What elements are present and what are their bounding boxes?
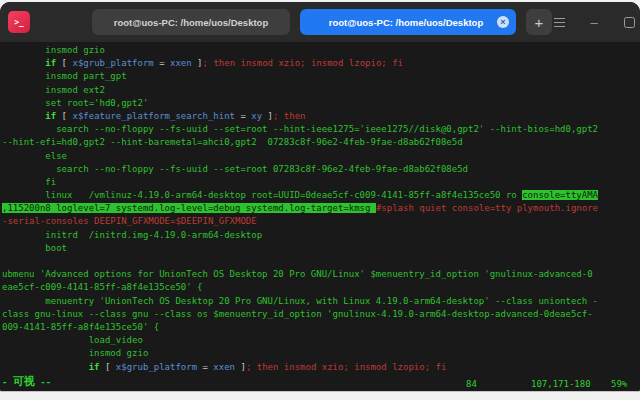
terminal-line: class gnu-linux --class gnu --class os $… <box>2 308 640 321</box>
terminal-line: linux /vmlinuz-4.19.0-arm64-desktop root… <box>2 189 640 202</box>
maximize-icon <box>624 17 635 28</box>
new-tab-button[interactable]: + <box>526 9 552 35</box>
tab-label: root@uos-PC: /home/uos/Desktop <box>329 17 483 28</box>
tab-close-icon[interactable]: × <box>497 16 509 28</box>
terminal-line: initrd /initrd.img-4.19.0-arm64-desktop <box>2 229 640 242</box>
terminal-line: ubmenu 'Advanced options for UnionTech O… <box>2 268 640 281</box>
tab-bar: >_ root@uos-PC: /home/uos/Desktop root@u… <box>0 2 640 42</box>
menu-icon <box>554 18 565 27</box>
terminal-content[interactable]: insmod gzio if [ x$grub_platform = xxen … <box>0 42 640 376</box>
window-controls: – × <box>552 15 640 29</box>
vim-scroll-percent: 59% <box>611 379 627 389</box>
vim-ruler: 107,171-180 <box>531 379 591 389</box>
terminal-line: insmod ext2 <box>2 84 640 97</box>
terminal-line: -serial-consoles DEEPIN_GFXMODE=$DEEPIN_… <box>2 215 640 228</box>
terminal-line: 009-4141-85ff-a8f4e135ce50' { <box>2 321 640 334</box>
terminal-line: menuentry 'UnionTech OS Desktop 20 Pro G… <box>2 295 640 308</box>
terminal-line: if [ x$grub_platform = xxen ]; then insm… <box>2 57 640 70</box>
terminal-line: --hint-efi=hd0,gpt2 --hint-baremetal=ahc… <box>2 136 640 149</box>
maximize-button[interactable] <box>622 15 636 29</box>
vim-mode-text: 可视 <box>13 375 35 388</box>
minimize-button[interactable]: – <box>587 15 601 29</box>
terminal-line: insmod gzio <box>2 44 640 57</box>
terminal-line: if [ x$grub_platform = xxen ]; then insm… <box>2 361 640 374</box>
terminal-line <box>2 255 640 268</box>
terminal-line: else <box>2 150 640 163</box>
terminal-line: fi <box>2 176 640 189</box>
desktop-background <box>0 392 640 400</box>
terminal-line: set root='hd0,gpt2' <box>2 97 640 110</box>
vim-selection-count: 84 <box>466 379 477 389</box>
terminal-line: if [ x$feature_platform_search_hint = xy… <box>2 110 640 123</box>
tab-active[interactable]: root@uos-PC: /home/uos/Desktop × <box>300 9 516 35</box>
terminal-line: insmod part_gpt <box>2 70 640 83</box>
terminal-line: ,115200n8 loglevel=7 systemd.log-level=d… <box>2 202 640 215</box>
vim-statusline: - 可视 -- 84 107,171-180 59% <box>0 376 640 391</box>
menu-button[interactable] <box>552 15 566 29</box>
vim-mode-indicator: - 可视 -- <box>2 374 51 389</box>
terminal-app-icon: >_ <box>8 11 30 33</box>
terminal-window: >_ root@uos-PC: /home/uos/Desktop root@u… <box>0 2 640 391</box>
terminal-line: insmod gzio <box>2 347 640 360</box>
terminal-line: eae5cf-c009-4141-85ff-a8f4e135ce50' { <box>2 281 640 294</box>
tab-inactive[interactable]: root@uos-PC: /home/uos/Desktop <box>92 9 290 35</box>
terminal-line: boot <box>2 242 640 255</box>
terminal-line: search --no-floppy --fs-uuid --set=root … <box>2 123 640 136</box>
tab-label: root@uos-PC: /home/uos/Desktop <box>114 17 268 28</box>
terminal-line: load_video <box>2 334 640 347</box>
terminal-line: search --no-floppy --fs-uuid --set=root … <box>2 163 640 176</box>
